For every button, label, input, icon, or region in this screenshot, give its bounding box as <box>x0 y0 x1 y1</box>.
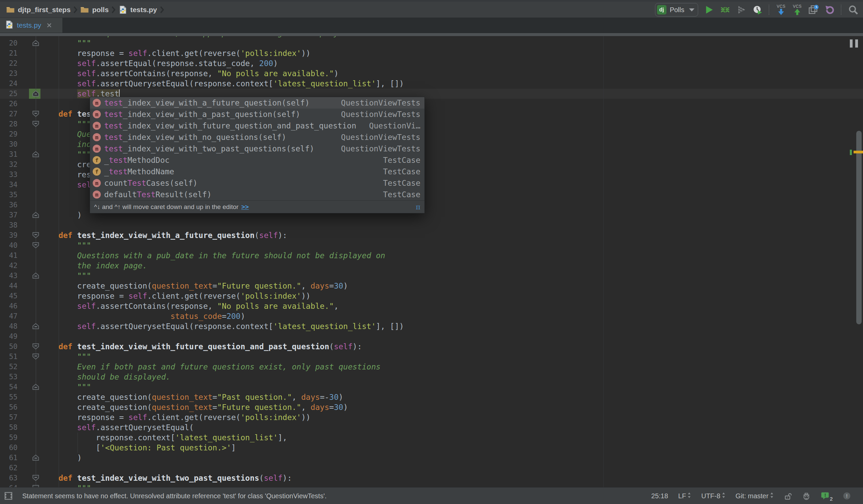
code-line-57[interactable]: response = self.client.get(reverse('poll… <box>40 412 311 423</box>
breadcrumb-item-polls[interactable]: polls <box>80 5 109 14</box>
line-number: 56 <box>0 402 17 412</box>
code-line-64[interactable]: """ <box>40 483 91 487</box>
code-line-45[interactable]: response = self.client.get(reverse('poll… <box>40 291 311 301</box>
hector-inspector-icon[interactable] <box>802 492 811 500</box>
code-line-22[interactable]: self.assertEqual(response.status_code, 2… <box>40 58 278 68</box>
fold-marker-icon[interactable] <box>32 454 39 461</box>
code-line-55[interactable]: create_question(question_text="Past ques… <box>40 392 343 402</box>
code-line-60[interactable]: ['<Question: Past question.>'] <box>40 443 236 453</box>
caret-position-widget[interactable]: 25:18 <box>651 492 668 500</box>
tab-tests-py[interactable]: tests.py <box>0 18 62 33</box>
code-line-50[interactable]: def test_index_view_with_future_question… <box>40 341 362 352</box>
run-with-coverage-button[interactable] <box>736 4 747 15</box>
completion-item-origin: TestCase <box>376 179 421 187</box>
rollback-button[interactable] <box>824 4 835 15</box>
fold-marker-icon[interactable] <box>32 242 39 249</box>
breadcrumb-item-tests-py[interactable]: tests.py <box>118 5 157 14</box>
error-stripe-warning-mark[interactable] <box>853 151 863 153</box>
fold-marker-icon[interactable] <box>32 323 39 329</box>
completion-hint-link[interactable]: >> <box>241 203 249 211</box>
fold-marker-icon[interactable] <box>32 40 39 46</box>
completion-item[interactable]: f_testMethodDocTestCase <box>90 154 424 166</box>
fold-marker-icon[interactable] <box>32 475 39 481</box>
code-line-28[interactable]: """ <box>40 119 91 129</box>
run-config-selector[interactable]: dj Polls <box>655 3 698 16</box>
svg-text:r: r <box>787 496 788 499</box>
code-line-31[interactable]: """ <box>40 149 91 160</box>
code-line-52[interactable]: Even if both past and future questions e… <box>40 362 380 372</box>
code-line-42[interactable]: the index page. <box>40 261 147 271</box>
method-icon: m <box>93 179 101 187</box>
completion-item[interactable]: mtest_index_view_with_a_future_question(… <box>90 97 424 109</box>
fold-marker-icon[interactable] <box>32 232 39 238</box>
fold-marker-icon[interactable] <box>32 111 39 117</box>
completion-item[interactable]: f_testMethodNameTestCase <box>90 166 424 177</box>
code-line-40[interactable]: """ <box>40 240 91 251</box>
fold-marker-icon[interactable] <box>32 485 39 487</box>
code-line-24[interactable]: self.assertQuerysetEqual(response.contex… <box>40 78 404 89</box>
fold-marker-icon[interactable] <box>32 121 39 127</box>
line-number: 64 <box>0 483 17 487</box>
error-stripe-change-mark[interactable] <box>850 150 852 155</box>
search-everywhere-button[interactable] <box>848 4 859 15</box>
fold-marker-icon[interactable] <box>32 353 39 360</box>
fold-marker-icon[interactable] <box>32 151 39 158</box>
code-line-39[interactable]: def test_index_view_with_a_future_questi… <box>40 230 287 240</box>
completion-item[interactable]: mtest_index_view_with_no_questions(self)… <box>90 131 424 143</box>
code-line-59[interactable]: response.context['latest_question_list']… <box>40 432 287 443</box>
run-button[interactable] <box>703 4 715 15</box>
code-line-41[interactable]: Questions with a pub_date in the future … <box>40 251 385 261</box>
completion-item[interactable]: mtest_index_view_with_two_past_questions… <box>90 143 424 154</box>
code-line-61[interactable]: ) <box>40 453 82 463</box>
code-line-48[interactable]: self.assertQuerysetEqual(response.contex… <box>40 321 404 331</box>
code-line-37[interactable]: ) <box>40 210 82 220</box>
inspections-paused-icon[interactable] <box>850 39 858 48</box>
line-separator-widget[interactable]: LF <box>678 492 691 500</box>
completion-hint-text: ^↓ and ^↑ will move caret down and up in… <box>94 203 239 211</box>
code-line-20[interactable]: """ <box>40 38 91 48</box>
fold-marker-icon[interactable] <box>32 343 39 350</box>
code-line-44[interactable]: create_question(question_text="Future qu… <box>40 281 348 291</box>
encoding-widget[interactable]: UTF-8 <box>701 492 725 500</box>
code-line-63[interactable]: def test_index_view_with_two_past_questi… <box>40 473 292 483</box>
code-line-43[interactable]: """ <box>40 271 91 281</box>
fold-marker-icon[interactable] <box>32 90 39 97</box>
folder-icon <box>6 5 15 14</box>
completion-item[interactable]: mcountTestCases(self)TestCase <box>90 177 424 189</box>
code-line-23[interactable]: self.assertContains(response, "No polls … <box>40 68 338 78</box>
alert-circle-icon[interactable]: ! <box>843 492 851 500</box>
recent-changes-button[interactable] <box>808 4 819 15</box>
code-line-47[interactable]: status_code=200) <box>40 311 245 321</box>
line-number: 21 <box>0 48 17 58</box>
editor[interactable]: 2021222324252627282930313233343536373839… <box>0 36 863 487</box>
event-log-notification-icon[interactable]: ! 2 <box>821 492 833 500</box>
fold-marker-icon[interactable] <box>32 273 39 279</box>
fold-marker-icon[interactable] <box>32 383 39 390</box>
completion-item[interactable]: mdefaultTestResult(self)TestCase <box>90 189 424 200</box>
breadcrumb: djtp_first_stepspollstests.py <box>6 2 165 18</box>
lock-icon[interactable]: r <box>784 492 792 500</box>
code-line-58[interactable]: self.assertQuerysetEqual( <box>40 423 194 432</box>
line-number: 59 <box>0 432 17 443</box>
line-number: 60 <box>0 443 17 453</box>
code-line-46[interactable]: self.assertContains(response, "No polls … <box>40 301 338 311</box>
pycharm-window: djtp_first_stepspollstests.py dj Polls V… <box>0 0 863 504</box>
code-line-53[interactable]: should be displayed. <box>40 372 171 382</box>
fold-marker-icon[interactable] <box>32 212 39 218</box>
git-branch-widget[interactable]: Git: master <box>736 492 774 500</box>
completion-item[interactable]: mtest_index_view_with_a_past_question(se… <box>90 109 424 120</box>
vcs-commit-button[interactable]: VCS <box>791 4 803 15</box>
editor-scrollbar[interactable] <box>856 131 862 324</box>
toolwindow-switcher-icon[interactable] <box>4 492 13 500</box>
debug-button[interactable] <box>720 4 731 15</box>
code-line-21[interactable]: response = self.client.get(reverse('poll… <box>40 48 311 58</box>
completion-item-name: test_index_view_with_no_questions(self) <box>104 133 286 142</box>
vcs-update-button[interactable]: VCS <box>775 4 787 15</box>
code-line-54[interactable]: """ <box>40 382 91 392</box>
profiler-button[interactable] <box>752 4 763 15</box>
code-line-56[interactable]: create_question(question_text="Future qu… <box>40 402 348 412</box>
completion-item[interactable]: mtest_index_view_with_future_question_an… <box>90 120 424 131</box>
breadcrumb-item-djtp_first_steps[interactable]: djtp_first_steps <box>6 5 71 14</box>
code-line-51[interactable]: """ <box>40 352 91 362</box>
close-tab-icon[interactable] <box>47 23 52 28</box>
